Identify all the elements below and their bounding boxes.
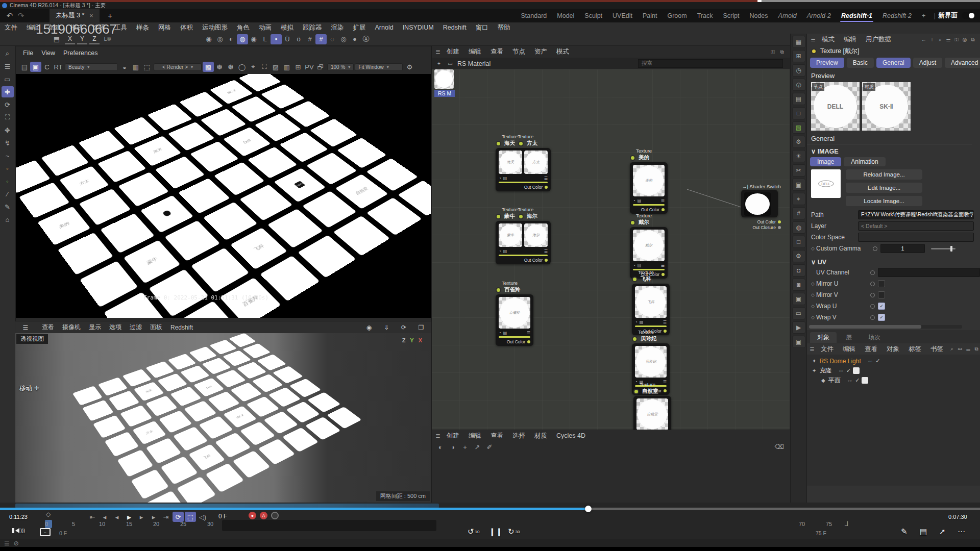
om-menu-对象[interactable]: 对象 <box>882 345 904 354</box>
layout-tab-Paint[interactable]: Paint <box>638 9 663 22</box>
ne-menu-查看[interactable]: 查看 <box>486 47 508 56</box>
om-menubar-icon-2[interactable]: ⚌ <box>964 345 972 353</box>
edit-image-button[interactable]: Edit Image... <box>846 183 922 193</box>
render-canvas[interactable]: SK-Ⅱ方太海天美的Dell蒙牛UOVO飞科自然堂百雀羚 Frame 0: 20… <box>16 74 431 318</box>
aov-dropdown[interactable]: Beauty <box>65 63 118 71</box>
vp-menu-选项[interactable]: 选项 <box>105 323 126 332</box>
toolbar-icon-4[interactable]: ◉ <box>248 34 259 44</box>
timeline-start-field[interactable]: 0 F <box>59 530 67 536</box>
popout-icon[interactable]: ⧉ <box>778 48 786 56</box>
pointer-icon[interactable]: ➚ <box>939 527 946 536</box>
locate-image-button[interactable]: Locate Image... <box>846 196 922 206</box>
om-menubar-icon-1[interactable]: ⚯ <box>956 345 964 353</box>
menu-窗口[interactable]: 窗口 <box>471 23 493 32</box>
attr-menu-模式[interactable]: 模式 <box>817 35 839 44</box>
attr-tab-Adjust[interactable]: Adjust <box>913 58 942 68</box>
rv2-icon-2[interactable]: ⬚ <box>141 62 153 72</box>
attr-menubar-icon-3[interactable]: ⚌ <box>944 36 952 43</box>
menu-动画[interactable]: 动画 <box>254 23 276 32</box>
attr-menubar-icon-5[interactable]: ◎ <box>961 36 969 43</box>
add-tab-icon[interactable]: + <box>105 11 116 21</box>
strip-icon-9[interactable]: ✂ <box>792 164 805 177</box>
node-card[interactable]: 百雀羚◔▤☰Out Color <box>496 294 533 346</box>
transport-1[interactable]: ◂ <box>99 512 110 522</box>
ne-menu-节点[interactable]: 节点 <box>508 47 530 56</box>
node-menu-icon[interactable]: ☰ <box>663 320 667 324</box>
new-ui-toggle[interactable] <box>962 12 975 19</box>
texture-node-戴尔[interactable]: Texture戴尔戴尔◔▤☰Out Color <box>630 213 668 279</box>
toolbar-icon-5[interactable]: L <box>259 34 271 44</box>
attr-tab-Basic[interactable]: Basic <box>847 58 874 68</box>
menu-渲染[interactable]: 渲染 <box>327 23 349 32</box>
strip-icon-5[interactable]: □ <box>792 107 805 119</box>
checkbox[interactable] <box>878 291 885 298</box>
menu-角色[interactable]: 角色 <box>232 23 254 32</box>
node-menu-icon[interactable]: ☰ <box>544 249 548 254</box>
redo-icon[interactable]: ↷ <box>15 11 27 21</box>
transport-0[interactable]: ⇤ <box>87 512 98 522</box>
port-icon[interactable] <box>870 304 875 309</box>
strip-icon-20[interactable]: ▶ <box>792 321 805 334</box>
document-tab[interactable]: 未标题 3 * × <box>50 9 100 22</box>
rv2-icon-1[interactable]: ▦ <box>130 62 141 72</box>
vp-menu-过滤[interactable]: 过滤 <box>126 323 146 332</box>
toolbar-icon-9[interactable]: # <box>304 34 315 44</box>
menu-Redshift[interactable]: Redshift <box>438 24 471 31</box>
node-card[interactable]: 海天方太◔▤☰Out Color <box>496 148 551 191</box>
layout-tab-Arnold-2[interactable]: Arnold-2 <box>802 9 836 22</box>
viewport-view-label[interactable]: 透视视图 <box>16 334 48 344</box>
attr-menubar-icon-2[interactable]: ⌕ <box>936 36 944 43</box>
annotate-pencil-icon[interactable]: ✎ <box>901 527 908 536</box>
rv-menu-Preferences[interactable]: Preferences <box>59 49 102 57</box>
strip-icon-3[interactable]: ◶ <box>792 79 805 91</box>
out-port-icon[interactable] <box>545 186 548 189</box>
toolbar-icon-7[interactable]: Ü <box>282 34 293 44</box>
rv2-icon-0[interactable]: ◒ <box>119 62 130 72</box>
hamburger-icon[interactable]: ☰ <box>434 432 442 439</box>
trash-icon[interactable]: ⌫ <box>774 441 785 452</box>
colorspace-dropdown[interactable] <box>858 233 974 242</box>
out-port-icon[interactable] <box>662 208 665 211</box>
strip-icon-16[interactable]: ◘ <box>792 264 805 277</box>
attr-tab-Preview[interactable]: Preview <box>810 58 844 68</box>
strip-icon-0[interactable]: ▦ <box>792 36 805 48</box>
forward-30-button[interactable]: ↻30 <box>508 527 520 536</box>
mm-menu-查看[interactable]: 查看 <box>486 432 508 440</box>
more-options-icon[interactable]: ⋯ <box>958 527 965 536</box>
strip-icon-12[interactable]: # <box>792 207 805 219</box>
om-tab-对象[interactable]: 对象 <box>810 332 837 343</box>
rewind-10-button[interactable]: ↺10 <box>468 527 479 536</box>
hamburger-icon[interactable]: ☰ <box>17 324 34 331</box>
layer-dropdown[interactable]: < Default > <box>858 221 974 231</box>
attr-tab-Advanced[interactable]: Advanced <box>945 58 980 68</box>
fit-mode-dropdown[interactable]: Fit Window <box>355 63 403 71</box>
ne-menu-资产[interactable]: 资产 <box>530 47 552 56</box>
checkbox[interactable] <box>878 280 885 287</box>
reload-image-button[interactable]: Reload Image... <box>846 169 922 180</box>
new-ui-label[interactable]: 新界面 <box>939 11 958 20</box>
node-menu-icon[interactable]: ☰ <box>661 263 665 268</box>
uv-channel-input[interactable] <box>878 268 980 277</box>
transport-6[interactable]: ⇥ <box>160 512 172 522</box>
om-tab-层[interactable]: 层 <box>839 332 859 343</box>
layout-tab-Sculpt[interactable]: Sculpt <box>579 9 607 22</box>
lock-icon[interactable]: ⚿ <box>769 48 777 56</box>
node-graph-canvas[interactable]: TextureTexture海天方太海天方太◔▤☰Out ColorTextur… <box>432 69 790 430</box>
gear-icon[interactable]: ⚙ <box>404 62 415 72</box>
out-port-icon[interactable] <box>527 340 530 343</box>
rv3-icon-5[interactable]: ⛶ <box>259 62 270 72</box>
vp-render-icon[interactable]: ◉ <box>361 324 377 331</box>
om-tab-场次[interactable]: 场次 <box>861 332 888 343</box>
left-tool-icon-6[interactable]: ✥ <box>2 124 14 136</box>
ne-menu-编辑[interactable]: 编辑 <box>464 47 486 56</box>
vp-maximize-icon[interactable]: ❐ <box>413 324 429 331</box>
texture-tag[interactable] <box>862 377 868 384</box>
attr-h-scrollbar[interactable] <box>809 325 962 329</box>
attr-menubar-icon-6[interactable]: ⧉ <box>969 36 977 43</box>
undo-icon[interactable]: ↶ <box>4 11 15 21</box>
node-out-color[interactable]: Out Color <box>499 339 530 344</box>
transport-extra-1[interactable]: ⬚ <box>185 512 196 522</box>
strip-icon-18[interactable]: ▣ <box>792 293 805 305</box>
transport-3[interactable]: ▸ <box>124 512 135 522</box>
hamburger-icon[interactable]: ☰ <box>808 345 816 353</box>
